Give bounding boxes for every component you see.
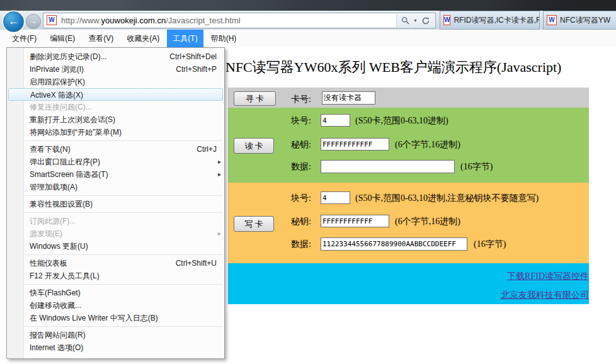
read-key-label: 秘钥: <box>291 139 311 151</box>
tab-rfid-reader[interactable]: W RFID读写器,IC卡读卡器,RFID... <box>440 11 540 30</box>
chevron-down-icon[interactable]: ▾ <box>414 18 416 23</box>
menu-shortcut: Ctrl+Shift+P <box>176 63 217 76</box>
read-block-label: 块号: <box>291 115 311 127</box>
read-key-field[interactable] <box>321 138 389 151</box>
menubar-item[interactable]: 编辑(E) <box>44 30 81 47</box>
window-titlebar <box>0 0 616 11</box>
menu-shortcut: Ctrl+Shift+U <box>176 257 217 270</box>
tools-menu-item[interactable]: 快车(FlashGet) <box>7 287 224 299</box>
submenu-arrow-icon: ▸ <box>218 156 221 168</box>
submenu-arrow-icon: ▸ <box>218 168 221 181</box>
read-data-note: (16字节) <box>460 161 493 173</box>
write-data-note: (16字节) <box>474 239 506 250</box>
write-card-button[interactable]: 写 卡 <box>234 216 274 232</box>
tools-menu-item: 订阅此源(F)... <box>7 215 224 227</box>
menu-separator <box>7 210 224 215</box>
tools-menu-item[interactable]: 查看下载(N)Ctrl+J <box>7 143 224 156</box>
tools-menu-item[interactable]: 兼容性视图设置(B) <box>7 198 224 210</box>
menu-separator <box>7 139 224 143</box>
write-block-label: 块号: <box>291 193 311 204</box>
menu-separator <box>7 324 224 329</box>
tab-nfc-reader[interactable]: W NFC读写器YW <box>543 11 616 30</box>
menu-bar-items: 文件(F)编辑(E)查看(V)收藏夹(A)工具(T)帮助(H) <box>6 30 244 47</box>
write-block-note: (S50卡,范围0-63,10进制,注意秘钥块不要随意写) <box>355 193 539 204</box>
company-link[interactable]: 北京友我科技有限公司 <box>501 290 589 301</box>
forward-button[interactable]: → <box>26 14 41 29</box>
tools-menu-item[interactable]: Internet 选项(O) <box>7 341 224 354</box>
address-bar-controls: ▾ <box>396 14 435 27</box>
read-card-button[interactable]: 读 卡 <box>234 138 274 154</box>
read-block-field[interactable] <box>321 114 350 127</box>
browser-window: ← → W http://www.youwokeji.com.cn/Javasc… <box>0 0 616 364</box>
menu-separator <box>7 193 224 198</box>
tools-menu-item: 修复连接问题(C)... <box>7 101 224 113</box>
download-control-link[interactable]: 下载RFID读写器控件 <box>507 271 589 282</box>
menubar-item[interactable]: 文件(F) <box>6 30 42 47</box>
write-key-note: (6个字节,16进制) <box>395 216 460 227</box>
tools-menu-item[interactable]: 将网站添加到“开始”菜单(M) <box>7 126 224 139</box>
url-path: /Javascript_test.html <box>166 16 241 25</box>
menu-separator <box>7 282 224 287</box>
menubar-item[interactable]: 帮助(H) <box>205 30 242 47</box>
card-number-field[interactable] <box>322 91 375 105</box>
tab-title: RFID读写器,IC卡读卡器,RFID... <box>453 15 540 26</box>
write-key-label: 秘钥: <box>291 216 311 227</box>
tab-favicon-icon: W <box>443 15 450 25</box>
tools-menu-item[interactable]: 重新打开上次浏览会话(S) <box>7 113 224 126</box>
url-prefix: http://www. <box>61 16 101 25</box>
menu-shortcut: Ctrl+J <box>197 143 217 156</box>
tools-menu-item[interactable]: 启用跟踪保护(K) <box>7 76 224 88</box>
back-button[interactable]: ← <box>3 11 24 32</box>
write-data-field[interactable] <box>321 237 467 251</box>
tab-title: NFC读写器YW <box>560 15 610 26</box>
tools-menu-item[interactable]: 删除浏览历史记录(D)...Ctrl+Shift+Del <box>7 50 224 63</box>
tools-menu-item[interactable]: F12 开发人员工具(L) <box>7 270 224 282</box>
tools-menu-item[interactable]: 性能仪表板Ctrl+Shift+U <box>7 257 224 270</box>
menubar-item[interactable]: 工具(T) <box>167 30 203 47</box>
write-block-field[interactable] <box>321 191 350 204</box>
tools-menu-item[interactable]: 在 Windows Live Writer 中写入日志(B) <box>7 312 224 324</box>
read-data-field[interactable] <box>321 160 455 173</box>
tools-menu-item[interactable]: InPrivate 浏览(I)Ctrl+Shift+P <box>7 63 224 76</box>
seek-card-section <box>228 88 589 108</box>
tools-menu-item: 源发现(E)▸ <box>7 227 224 240</box>
refresh-icon[interactable] <box>421 16 430 25</box>
read-block-note: (S50卡,范围0-63,10进制) <box>355 115 448 127</box>
menu-shortcut: Ctrl+Shift+Del <box>169 50 217 63</box>
read-data-label: 数据: <box>291 161 311 173</box>
tools-menu-item[interactable]: Windows 更新(U) <box>7 240 224 253</box>
tools-menu-item[interactable]: 弹出窗口阻止程序(P)▸ <box>7 156 224 168</box>
tools-menu-item[interactable]: 创建移动收藏... <box>7 299 224 312</box>
url-text[interactable]: http://www.youwokeji.com.cn/Javascript_t… <box>61 16 241 25</box>
tools-menu: 删除浏览历史记录(D)...Ctrl+Shift+DelInPrivate 浏览… <box>6 47 225 359</box>
tools-menu-item[interactable]: SmartScreen 筛选器(T)▸ <box>7 168 224 181</box>
card-number-label: 卡号: <box>291 94 311 105</box>
seek-card-button[interactable]: 寻 卡 <box>234 91 276 106</box>
read-key-note: (6个字节,16进制) <box>395 139 460 151</box>
address-bar[interactable]: W http://www.youwokeji.com.cn/Javascript… <box>43 13 436 28</box>
menubar-item[interactable]: 收藏夹(A) <box>121 30 165 47</box>
search-icon[interactable] <box>401 16 409 25</box>
page-title: NFC读写器YW60x系列 WEB客户端演示程序(Javascript) <box>225 58 613 77</box>
write-key-field[interactable] <box>321 215 389 227</box>
menubar-item[interactable]: 查看(V) <box>83 30 119 47</box>
tab-favicon-icon: W <box>547 15 557 25</box>
write-data-label: 数据: <box>291 239 311 250</box>
site-favicon-icon: W <box>47 15 57 25</box>
submenu-arrow-icon: ▸ <box>218 227 221 240</box>
tools-menu-item[interactable]: 报告网站问题(R) <box>7 329 224 341</box>
menu-separator <box>7 253 224 257</box>
tools-menu-item[interactable]: 管理加载项(A) <box>7 181 224 193</box>
tools-menu-list: 删除浏览历史记录(D)...Ctrl+Shift+DelInPrivate 浏览… <box>7 50 224 354</box>
menu-bar: 文件(F)编辑(E)查看(V)收藏夹(A)工具(T)帮助(H) <box>0 30 616 47</box>
tools-menu-item[interactable]: ActiveX 筛选(X) <box>8 88 223 101</box>
url-domain: youwokeji.com.cn <box>101 16 166 25</box>
